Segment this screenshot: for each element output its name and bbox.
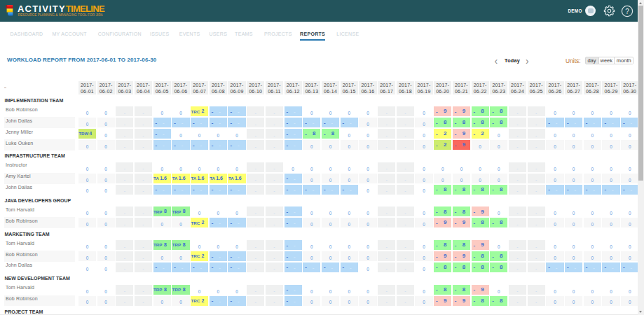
svg-text:?: ? (625, 8, 629, 15)
